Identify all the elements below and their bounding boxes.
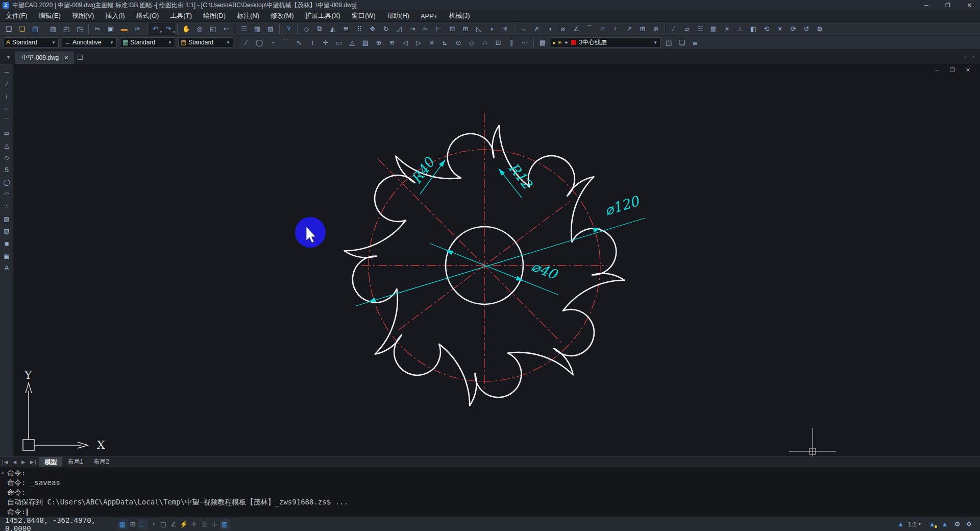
- paste-button[interactable]: ▬: [118, 23, 130, 35]
- measure-area-button[interactable]: ▱: [681, 23, 693, 35]
- dyn-input-toggle[interactable]: ✛: [189, 519, 199, 530]
- otrack-toggle[interactable]: ⚡: [179, 519, 189, 530]
- settings-gear-icon[interactable]: ⚙: [954, 520, 960, 528]
- new-button[interactable]: ❑: [3, 23, 15, 35]
- lineweight-toggle[interactable]: ☰: [200, 519, 209, 530]
- ucs-button[interactable]: ⊥: [734, 23, 746, 35]
- layer-match-button[interactable]: ≣: [689, 37, 701, 49]
- draw-spline-button[interactable]: ∿: [293, 37, 305, 49]
- match-properties-button[interactable]: ✑: [131, 23, 143, 35]
- dim-radius-button[interactable]: ◑: [544, 23, 556, 35]
- layer-combo[interactable]: ●☀✦3中心线层▼: [551, 37, 660, 47]
- layer-properties-button[interactable]: ▤: [536, 37, 549, 49]
- minimize-button[interactable]: ─: [916, 0, 937, 10]
- snap-intersection-button[interactable]: ✕: [426, 37, 438, 49]
- polar-toggle[interactable]: ◔: [149, 519, 158, 530]
- maximize-button[interactable]: ❐: [937, 0, 959, 10]
- layer-previous-button[interactable]: ❏: [676, 37, 688, 49]
- palette-region-button[interactable]: ◙: [1, 238, 13, 249]
- layout-tab-inactive[interactable]: 布局1: [62, 457, 88, 467]
- dim-continue-button[interactable]: ⊦: [610, 23, 622, 35]
- snap-parallel-button[interactable]: ∥: [505, 37, 518, 49]
- menu-item[interactable]: 修改(M): [265, 10, 300, 22]
- zoom-window-button[interactable]: ◱: [207, 23, 219, 35]
- draw-rectangle-button[interactable]: ▭: [333, 37, 345, 49]
- dim-aligned-button[interactable]: ⇗: [530, 23, 543, 35]
- text-style-combo[interactable]: AStandard▼: [4, 37, 59, 47]
- layout-nav-icon[interactable]: ◀: [11, 460, 19, 465]
- copy-clip-button[interactable]: ▣: [105, 23, 117, 35]
- zoom-realtime-button[interactable]: ◎: [193, 23, 206, 35]
- layer-combo-arrow-icon[interactable]: ▼: [651, 40, 660, 45]
- undo-dropdown-icon[interactable]: ▾: [160, 30, 162, 34]
- help-button[interactable]: ?: [282, 23, 295, 35]
- model-paper-toggle[interactable]: ▥: [220, 519, 230, 530]
- mass-properties-button[interactable]: ▦: [707, 23, 720, 35]
- palette-line-button[interactable]: ─: [1, 66, 13, 78]
- menu-item[interactable]: 扩展工具(X): [300, 10, 346, 22]
- pan-button[interactable]: ✋: [180, 23, 192, 35]
- menu-item[interactable]: 帮助(H): [381, 10, 415, 22]
- snap-tangent-button[interactable]: ⊙: [452, 37, 464, 49]
- snap-insert-button[interactable]: ⊡: [492, 37, 504, 49]
- snap-endpoint-button[interactable]: ◁: [399, 37, 411, 49]
- document-window-buttons[interactable]: ─ ❐ ✕: [935, 67, 975, 74]
- annotation-scale-value[interactable]: 1:1: [908, 521, 917, 528]
- palette-circle-button[interactable]: ○: [1, 103, 13, 114]
- tab-dropdown-icon[interactable]: ▼: [0, 55, 15, 64]
- dim-center-button[interactable]: ⊕: [650, 23, 662, 35]
- dim-leader-button[interactable]: ↗: [623, 23, 635, 35]
- layout-nav-icon[interactable]: ▶|: [28, 460, 39, 465]
- palette-rhombus-button[interactable]: ◇: [1, 152, 13, 163]
- dim-angular-button[interactable]: ∠: [570, 23, 582, 35]
- join-button[interactable]: ⊞: [459, 23, 472, 35]
- command-line[interactable]: 命令:: [7, 507, 978, 517]
- snap-center-button[interactable]: ⊕: [373, 37, 385, 49]
- layout-nav-icon[interactable]: |◀: [0, 460, 11, 465]
- palette-xline-button[interactable]: ∕: [1, 79, 13, 90]
- dim-tolerance-button[interactable]: ⊞: [636, 23, 649, 35]
- extend-button[interactable]: ⊢: [433, 23, 445, 35]
- layout-nav-icon[interactable]: ▶: [19, 460, 28, 465]
- dim-style-combo[interactable]: ↔Annotative▼: [62, 37, 117, 47]
- fillet-button[interactable]: ◗: [486, 23, 498, 35]
- palette-rectangle-button[interactable]: ▭: [1, 128, 13, 139]
- redo-dropdown-icon[interactable]: ▾: [173, 30, 175, 34]
- draw-polygon-button[interactable]: △: [346, 37, 358, 49]
- draw-arc-3p-button[interactable]: ⌒: [280, 37, 292, 49]
- explode-button[interactable]: ✳: [499, 23, 511, 35]
- close-button[interactable]: ✕: [959, 0, 980, 10]
- snap-nearest-button[interactable]: ≋: [386, 37, 398, 49]
- snap-point-button[interactable]: ✛: [320, 37, 332, 49]
- named-views-button[interactable]: ◧: [747, 23, 760, 35]
- offset-button[interactable]: ≣: [340, 23, 352, 35]
- light-button[interactable]: ☀: [774, 23, 786, 35]
- auto-annotate-icon[interactable]: ▲: [942, 520, 948, 528]
- annotation-visibility-icon[interactable]: ▲: [929, 520, 936, 528]
- new-tab-icon[interactable]: ❑: [74, 54, 87, 64]
- menu-item[interactable]: 机械(J): [444, 10, 476, 22]
- snap-extension-button[interactable]: ⋯: [519, 37, 531, 49]
- palette-ellipse-button[interactable]: ◯: [1, 177, 13, 188]
- hatch-button[interactable]: ▨: [359, 37, 372, 49]
- regen-button[interactable]: ⟳: [787, 23, 799, 35]
- options-button[interactable]: ⚙: [814, 23, 826, 35]
- move-button[interactable]: ✥: [366, 23, 379, 35]
- ortho-toggle[interactable]: ∟: [138, 519, 148, 530]
- tool-palettes-button[interactable]: ▧: [264, 23, 277, 35]
- menu-item[interactable]: 编辑(E): [33, 10, 66, 22]
- redo-button[interactable]: ↷▾: [162, 23, 175, 35]
- menu-item[interactable]: 文件(F): [0, 10, 33, 22]
- tab-close-icon[interactable]: ✕: [64, 55, 68, 61]
- text-style-combo-arrow-icon[interactable]: ▼: [49, 40, 58, 45]
- tab-scroll-arrows[interactable]: ‹ ›: [965, 54, 980, 64]
- dim-diameter-button[interactable]: ⌀: [557, 23, 569, 35]
- menu-item[interactable]: 窗口(W): [346, 10, 381, 22]
- quick-calc-button[interactable]: #: [721, 23, 733, 35]
- annotation-scale-icon[interactable]: ▲: [897, 520, 904, 528]
- draw-circle-button[interactable]: ◯: [253, 37, 265, 49]
- palette-mtext-button[interactable]: A: [1, 262, 13, 274]
- plot-button[interactable]: ▥: [47, 23, 59, 35]
- draw-arc-button[interactable]: ◔: [266, 37, 279, 49]
- dyn-ucs-toggle[interactable]: ⊹: [210, 519, 219, 530]
